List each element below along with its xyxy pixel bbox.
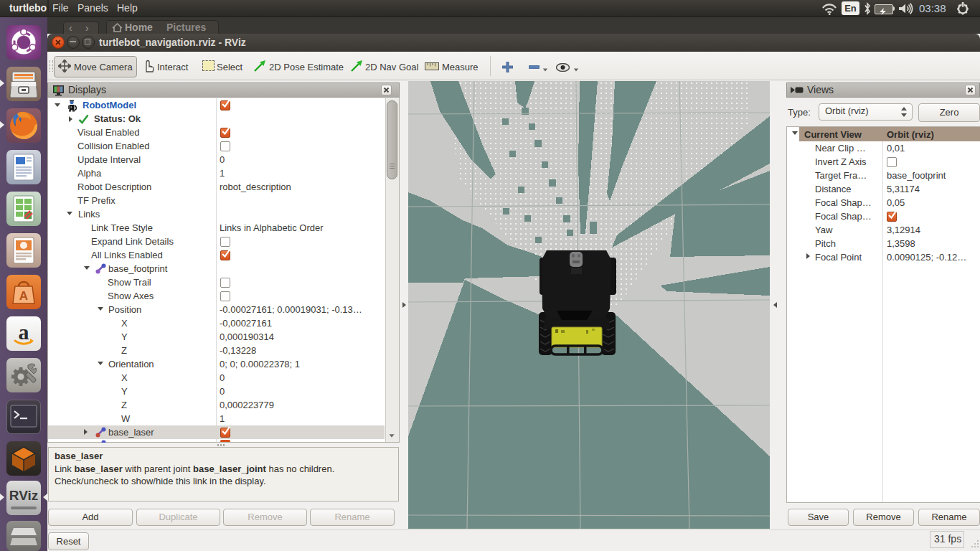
- svg-text:a: a: [19, 320, 29, 344]
- svg-text:A: A: [19, 289, 28, 303]
